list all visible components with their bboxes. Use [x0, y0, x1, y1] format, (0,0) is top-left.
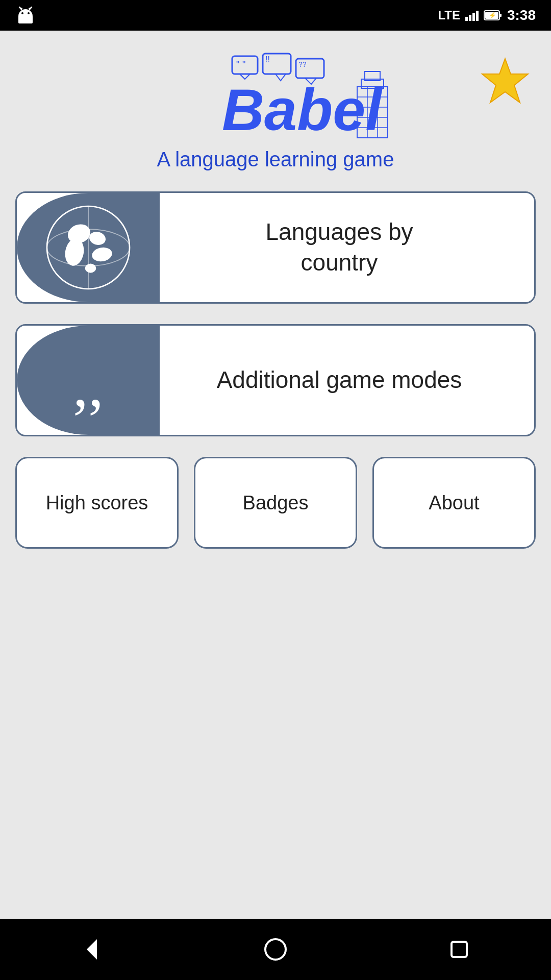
main-content: " " !! ?? Babel [0, 31, 551, 919]
svg-marker-42 [87, 939, 97, 960]
svg-text:??: ?? [298, 60, 307, 68]
favorites-button[interactable] [474, 51, 536, 114]
app-subtitle: A language learning game [157, 148, 394, 171]
recents-button[interactable] [446, 937, 472, 962]
babel-logo: " " !! ?? Babel [153, 51, 398, 143]
svg-point-2 [21, 12, 23, 14]
svg-marker-32 [482, 59, 528, 103]
badges-label: Badges [243, 492, 309, 514]
svg-rect-1 [18, 16, 33, 23]
svg-rect-44 [452, 942, 467, 957]
additional-game-modes-label: Additional game modes [144, 326, 534, 435]
high-scores-label: High scores [46, 492, 148, 514]
svg-rect-9 [499, 14, 502, 17]
logo-area: " " !! ?? Babel [153, 51, 398, 171]
about-button[interactable]: About [372, 457, 536, 549]
quote-icon-container: ,, [17, 326, 160, 435]
back-button[interactable] [79, 937, 105, 962]
additional-game-modes-button[interactable]: ,, Additional game modes [15, 324, 536, 436]
quote-icon: ,, [73, 361, 104, 410]
game-mode-buttons: Languages bycountry ,, Additional game m… [15, 191, 536, 436]
svg-text:": " [236, 60, 239, 70]
lte-label: LTE [438, 8, 460, 22]
signal-icon [465, 10, 479, 21]
recents-icon [446, 937, 472, 962]
status-bar-right: LTE ⚡ 3:38 [438, 7, 536, 23]
star-icon [480, 56, 531, 107]
languages-by-country-label: Languages bycountry [144, 193, 534, 302]
status-bar-left [15, 5, 36, 26]
globe-icon-container [17, 193, 160, 302]
header: " " !! ?? Babel [15, 51, 536, 171]
badges-button[interactable]: Badges [194, 457, 357, 549]
globe-icon [42, 202, 134, 293]
android-icon [15, 5, 36, 26]
svg-point-3 [28, 12, 30, 14]
svg-text:": " [242, 60, 245, 70]
back-icon [79, 937, 105, 962]
clock: 3:38 [507, 7, 536, 23]
nav-bar [0, 919, 551, 980]
battery-icon: ⚡ [484, 9, 502, 21]
home-button[interactable] [263, 937, 288, 962]
svg-point-7 [29, 8, 31, 10]
svg-point-43 [265, 939, 286, 960]
bottom-buttons: High scores Badges About [15, 457, 536, 549]
svg-text:⚡: ⚡ [489, 11, 496, 19]
svg-text:!!: !! [265, 55, 270, 64]
about-label: About [429, 492, 479, 514]
languages-by-country-button[interactable]: Languages bycountry [15, 191, 536, 304]
svg-point-6 [20, 8, 22, 10]
high-scores-button[interactable]: High scores [15, 457, 179, 549]
svg-point-39 [85, 264, 96, 273]
home-icon [263, 937, 288, 962]
status-bar: LTE ⚡ 3:38 [0, 0, 551, 31]
